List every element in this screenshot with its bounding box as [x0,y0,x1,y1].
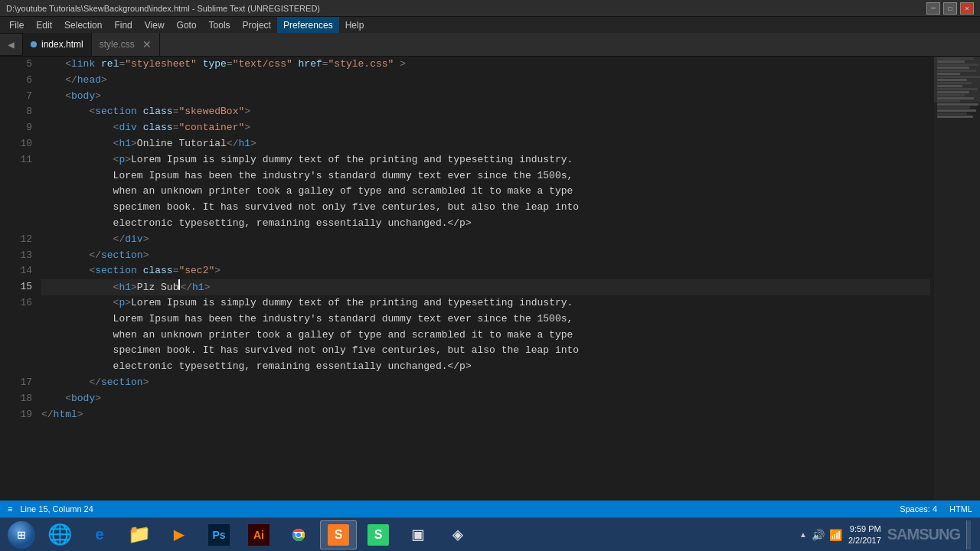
code-area[interactable]: <link rel="stylesheet" type="text/css" h… [38,57,980,500]
code-token: p [119,295,125,311]
taskbar-app-app8[interactable]: ◈ [439,520,476,549]
code-token: < [41,104,95,120]
code-token: h1 [119,136,131,152]
line-gutter: 5678910111213141516171819 [0,57,38,500]
menu-bar: File Edit Selection Find View Goto Tools… [0,17,980,34]
taskbar-app-app7[interactable]: ▣ [400,520,436,549]
code-token: </ [41,232,125,248]
status-spaces[interactable]: Spaces: 4 [900,504,937,514]
menu-preferences[interactable]: Preferences [277,17,339,33]
illustrator-icon: Ai [248,524,270,546]
tab-nav-left[interactable]: ◀ [0,33,23,56]
menu-help[interactable]: Help [339,17,371,33]
code-token: > [214,263,220,279]
code-token: link [71,57,95,73]
code-token: > [143,248,149,264]
status-position[interactable]: Line 15, Column 24 [20,504,93,514]
code-token: "sec2" [178,263,214,279]
code-token: > [131,136,137,152]
code-token: < [41,295,119,311]
menu-view[interactable]: View [139,17,171,33]
code-line: when an unknown printer took a galley of… [41,184,930,200]
menu-tools[interactable]: Tools [203,17,237,33]
taskbar-app-illustrator[interactable]: Ai [240,520,277,549]
code-token: > [77,407,83,423]
code-token: < [41,280,119,296]
code-token: h1 [238,136,250,152]
code-token: Lorem Ipsum has been the industry's stan… [41,168,573,184]
code-token: </ [180,280,192,296]
code-line: <section class="sec2"> [41,263,930,279]
code-token: rel [95,57,119,73]
code-token: > [95,391,101,407]
code-line: <link rel="stylesheet" type="text/css" h… [41,57,930,73]
code-token: head [77,73,101,89]
taskbar-app-chrome[interactable] [280,520,317,549]
code-token: when an unknown printer took a galley of… [41,184,573,200]
tab-close-button[interactable]: ✕ [142,39,152,50]
menu-edit[interactable]: Edit [30,17,58,33]
minimap-viewport[interactable] [934,57,980,103]
code-token: > [244,104,250,120]
code-token: > [125,152,131,168]
tab-index-html[interactable]: index.html [23,33,92,56]
maximize-button[interactable]: ☐ [943,2,957,15]
start-button[interactable]: ⊞ [3,520,40,550]
code-line: <body> [41,391,930,407]
status-bar: ≡ Line 15, Column 24 Spaces: 4 HTML [0,500,980,517]
code-token: specimen book. It has survived not only … [41,343,579,359]
close-button[interactable]: ✕ [960,2,974,15]
tab-style-css[interactable]: style.css ✕ [92,33,160,56]
code-token: section [101,375,143,391]
code-token: < [41,57,71,73]
menu-project[interactable]: Project [237,17,277,33]
taskbar-app-edge[interactable]: e [81,520,118,549]
taskbar-app-photoshop[interactable]: Ps [201,520,237,549]
code-token: < [41,263,95,279]
editor-container: 5678910111213141516171819 <link rel="sty… [0,57,980,500]
code-token: section [101,248,143,264]
menu-goto[interactable]: Goto [171,17,203,33]
svg-point-2 [296,533,301,537]
code-token: = [119,57,125,73]
clock-date: 2/2/2017 [848,535,881,546]
media-icon: ▶ [167,523,191,547]
code-token: > [125,295,131,311]
code-token: > [143,232,149,248]
tray-arrow[interactable]: ▲ [799,530,807,539]
taskbar-app-media[interactable]: ▶ [161,520,198,549]
taskbar-app-s2[interactable]: S [360,520,397,549]
minimize-button[interactable]: — [926,2,940,15]
taskbar-app-explorer[interactable]: 📁 [121,520,158,549]
show-desktop-button[interactable] [966,520,971,549]
code-token: Online Tutorial [137,136,227,152]
menu-file[interactable]: File [3,17,30,33]
code-line: <section class="skewedBox"> [41,104,930,120]
menu-selection[interactable]: Selection [58,17,108,33]
code-token: "stylesheet" [125,57,197,73]
code-token: html [54,407,77,423]
clock[interactable]: 9:59 PM 2/2/2017 [848,523,881,546]
explorer-icon: 📁 [127,523,152,547]
taskbar: ⊞ 🌐 e 📁 ▶ Ps Ai S [0,517,980,551]
status-encoding[interactable]: HTML [949,504,972,514]
code-token: specimen book. It has survived not only … [41,200,579,216]
taskbar-app-ie[interactable]: 🌐 [41,520,78,549]
code-token: > [131,280,137,296]
title-text: D:\youtube Tutorials\SkewBackground\inde… [6,4,320,13]
windows-orb: ⊞ [8,521,35,549]
code-token: < [41,120,119,136]
taskbar-app-sublime[interactable]: S [320,520,357,549]
code-token: class [137,104,173,120]
code-line: </div> [41,232,930,248]
tab-modified-indicator [31,41,37,47]
git-branch-icon: ≡ [8,504,12,514]
code-token: = [322,57,328,73]
tab-label: index.html [41,39,83,50]
code-token: > [204,280,211,296]
menu-find[interactable]: Find [108,17,138,33]
photoshop-icon: Ps [208,524,230,546]
code-token: </ [41,248,101,264]
code-line: </html> [41,407,930,423]
code-line: electronic typesetting, remaining essent… [41,359,930,375]
